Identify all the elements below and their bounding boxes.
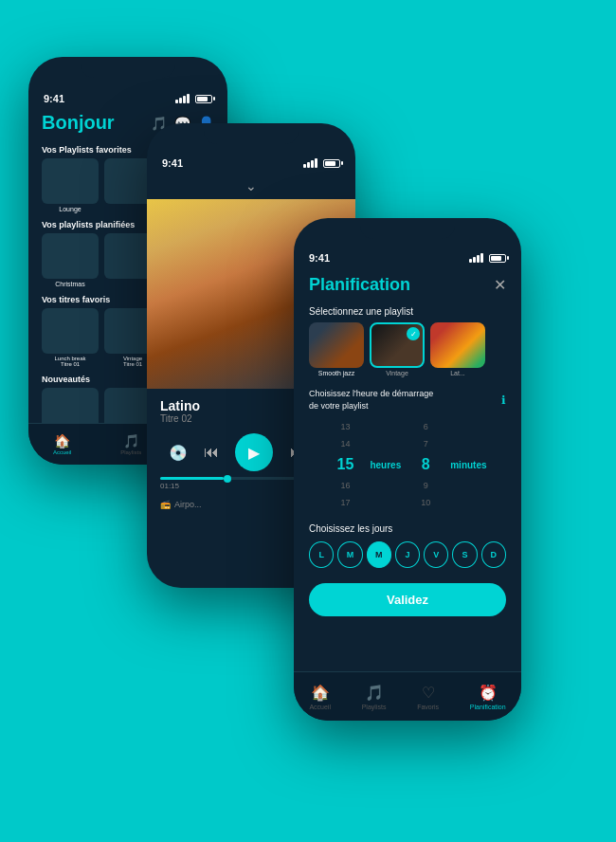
playlist-label-christmas: Christmas <box>42 281 99 287</box>
hour-14: 14 <box>340 436 350 451</box>
status-icons-3 <box>469 253 506 263</box>
days-row: L M M J V S D <box>309 541 506 568</box>
time-section-label: Choisissez l'heure de démarrage de votre… <box>309 388 501 412</box>
day-V[interactable]: V <box>424 541 448 568</box>
pls-thumb-smoothjazz[interactable] <box>309 322 364 368</box>
home-icon-1: 🏠 <box>53 433 71 448</box>
playlist-selector: Smooth jazz ✓ Vintage Lat... <box>294 322 521 384</box>
heart-icon-3: ♡ <box>417 684 439 702</box>
nav-label-playlists-3: Playlists <box>362 704 387 710</box>
pls-name-smoothjazz: Smooth jazz <box>309 370 364 376</box>
battery-icon-1 <box>195 95 212 103</box>
nav-favoris-3[interactable]: ♡ Favoris <box>417 684 439 710</box>
nav-label-playlists-1: Playlists <box>120 449 141 455</box>
playlist-thumb-lunch[interactable] <box>42 308 99 354</box>
day-J[interactable]: J <box>395 541 420 568</box>
min-6: 6 <box>424 419 428 434</box>
track-label-lunch: Lunch break Titre 01 <box>42 356 99 367</box>
planification-title: Planification <box>309 275 410 295</box>
min-selected[interactable]: 8 <box>422 453 430 476</box>
validate-button[interactable]: Validez <box>309 583 506 616</box>
status-time-3: 9:41 <box>309 252 330 264</box>
hours-column: 13 14 15 16 17 <box>326 419 364 510</box>
list-item[interactable]: Smooth jazz <box>309 322 364 376</box>
progress-thumb <box>224 475 231 483</box>
status-time-1: 9:41 <box>44 93 64 104</box>
signal-icon-3 <box>469 253 483 263</box>
pls-name-lat: Lat... <box>430 370 485 376</box>
signal-icon-2 <box>303 158 317 168</box>
nav-label-accueil-3: Accueil <box>309 704 331 710</box>
min-9: 9 <box>424 478 428 493</box>
phone-3: 9:41 Planification ✕ Sélectionnez une pl… <box>294 218 521 721</box>
nav-label-favoris-3: Favoris <box>417 704 439 710</box>
info-icon[interactable]: ℹ <box>501 394 506 407</box>
planification-header: Planification ✕ <box>294 267 521 302</box>
hour-selected[interactable]: 15 <box>337 453 354 476</box>
notch-3 <box>360 218 455 239</box>
playlist-label-lounge: Lounge <box>42 206 99 212</box>
days-section: Choisissez les jours L M M J V S D <box>294 518 521 574</box>
nav-label-planification-3: Planification <box>470 704 506 710</box>
signal-icon-1 <box>175 94 190 103</box>
minutes-column: 6 7 8 9 10 <box>407 419 444 510</box>
chevron-down[interactable]: ⌄ <box>147 173 355 199</box>
days-label: Choisissez les jours <box>309 523 506 534</box>
day-D[interactable]: D <box>481 541 506 568</box>
nav-accueil-1[interactable]: 🏠 Accueil <box>53 433 71 455</box>
list-item[interactable]: Lat... <box>430 322 485 376</box>
phone1-title: Bonjour <box>42 112 115 134</box>
status-icons-1 <box>175 94 212 103</box>
status-icons-2 <box>303 158 340 168</box>
min-7: 7 <box>424 436 428 451</box>
progress-fill <box>160 477 224 480</box>
status-bar-2: 9:41 <box>147 150 355 173</box>
list-item[interactable]: Lunch break Titre 01 <box>42 308 99 367</box>
close-button[interactable]: ✕ <box>494 276 506 294</box>
status-time-2: 9:41 <box>162 157 183 169</box>
airplay-label: Airpo... <box>174 500 202 509</box>
phone3-bottom-nav: 🏠 Accueil 🎵 Playlists ♡ Favoris ⏰ Planif… <box>294 671 521 721</box>
clock-icon-3: ⏰ <box>470 684 506 702</box>
playlist-icon-3: 🎵 <box>362 684 387 702</box>
hour-13: 13 <box>340 419 350 434</box>
day-M2[interactable]: M <box>367 541 391 568</box>
nav-label-accueil-1: Accueil <box>53 449 71 455</box>
airplay-icon: 📻 <box>160 500 171 509</box>
list-item[interactable]: Christmas <box>42 233 99 287</box>
nav-accueil-3[interactable]: 🏠 Accueil <box>309 684 331 710</box>
music-nav-icon-1: 🎵 <box>120 433 141 448</box>
notch-2 <box>204 123 299 144</box>
day-L[interactable]: L <box>309 541 334 568</box>
nav-planification-3[interactable]: ⏰ Planification <box>470 684 506 710</box>
hour-16: 16 <box>340 478 350 493</box>
list-item[interactable]: ✓ Vintage <box>370 322 425 376</box>
status-bar-1: 9:41 <box>28 85 227 108</box>
pls-name-vintage: Vintage <box>370 370 425 376</box>
nav-playlists-1[interactable]: 🎵 Playlists <box>120 433 141 455</box>
pls-thumb-lat[interactable] <box>430 322 485 368</box>
hour-17: 17 <box>340 495 350 510</box>
day-S[interactable]: S <box>452 541 477 568</box>
battery-icon-2 <box>323 159 340 168</box>
day-M1[interactable]: M <box>337 541 362 568</box>
battery-icon-3 <box>489 254 506 263</box>
time-section-header: Choisissez l'heure de démarrage de votre… <box>294 384 521 415</box>
previous-button[interactable]: ⏮ <box>204 444 219 461</box>
minutes-label: minutes <box>450 460 486 470</box>
time-picker[interactable]: 13 14 15 16 17 heures 6 7 8 9 10 minutes <box>294 415 521 518</box>
hours-label: heures <box>370 460 401 470</box>
playlist-thumb-lounge[interactable] <box>42 158 99 204</box>
playlist-thumb-christmas[interactable] <box>42 233 99 279</box>
selected-check-icon: ✓ <box>407 327 420 340</box>
min-10: 10 <box>421 495 430 510</box>
select-playlist-label: Sélectionnez une playlist <box>294 302 521 322</box>
list-item[interactable]: Lounge <box>42 158 99 212</box>
pls-thumb-vintage[interactable]: ✓ <box>370 322 425 368</box>
nav-playlists-3[interactable]: 🎵 Playlists <box>362 684 387 710</box>
notch-1 <box>81 57 175 78</box>
music-disc-icon[interactable]: 💿 <box>169 444 188 462</box>
home-icon-3: 🏠 <box>309 684 331 702</box>
chevron-down-icon: ⌄ <box>245 178 257 193</box>
play-button[interactable]: ▶ <box>235 433 273 471</box>
